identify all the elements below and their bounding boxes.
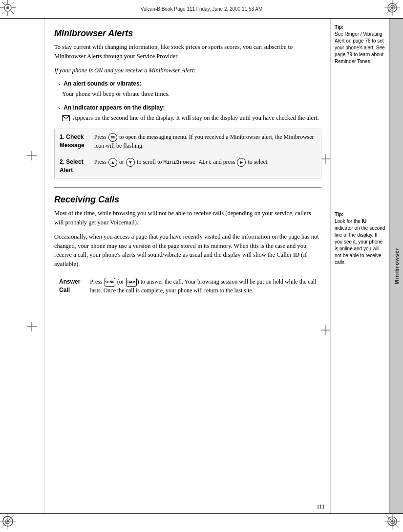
footer-bar — [0, 513, 403, 532]
corner-tl — [0, 0, 19, 19]
down-arrow-icon: ▼ — [126, 158, 135, 167]
section2-title: Receiving Calls — [54, 195, 321, 205]
bullet1-text: Your phone will beep or vibrate three ti… — [62, 89, 321, 99]
answer-text: Press SEND (or TALK) to answer the call.… — [85, 275, 321, 298]
step1-text: Press ✉ to open the messaging menu. If y… — [89, 129, 321, 154]
step2-text: Press ▲ or ▼ to scroll to MiniBrowse Alr… — [89, 154, 321, 178]
page-number: 111 — [311, 500, 331, 513]
sidebar-tab: Minibrowser — [389, 19, 403, 513]
sunburst-tl-icon — [0, 0, 16, 16]
section1-title: Minibrowser Alerts — [54, 28, 321, 39]
svg-line-8 — [11, 2, 14, 5]
bullet2-arrow: › — [58, 104, 60, 111]
section1-para1: To stay current with changing informatio… — [54, 43, 321, 61]
tip1-text: See Ringer / Vibrating Alert on page 76 … — [335, 31, 385, 65]
select-icon: ► — [237, 158, 246, 167]
tip-section-1: Tip: See Ringer / Vibrating Alert on pag… — [335, 24, 385, 65]
bullet2-label: An indicator appears on the display: — [64, 104, 165, 111]
step1-row: 1. CheckMessage Press ✉ to open the mess… — [55, 129, 321, 154]
section2-para2: Occasionally, when you access a page tha… — [54, 232, 321, 269]
corner-tr — [384, 0, 403, 19]
bullet1-arrow: › — [58, 80, 60, 87]
crosshair-left-1 — [27, 151, 37, 162]
svg-line-9 — [2, 11, 5, 14]
section1-intro: If your phone is ON and you receive a Mi… — [54, 66, 321, 75]
bullet2-text: Appears on the second line of the displa… — [62, 113, 321, 123]
tip1-label: Tip: — [335, 24, 385, 30]
tip2-label: Tip: — [335, 212, 385, 217]
steps-table: 1. CheckMessage Press ✉ to open the mess… — [54, 129, 321, 179]
sidebar-tab-label: Minibrowser — [394, 247, 400, 285]
answer-table: AnswerCall Press SEND (or TALK) to answe… — [54, 275, 321, 298]
answer-row: AnswerCall Press SEND (or TALK) to answe… — [54, 275, 321, 298]
svg-line-6 — [2, 2, 5, 5]
tip-area: Tip: See Ringer / Vibrating Alert on pag… — [331, 19, 389, 513]
crosshair-left-2 — [27, 322, 37, 333]
left-margin — [0, 19, 44, 513]
tip-section-2: Tip: Look for the IU indicator on the se… — [335, 212, 385, 266]
svg-line-7 — [11, 11, 14, 14]
menu-button-icon: ✉ — [108, 133, 117, 142]
tip2-text: Look for the IU indicator on the second … — [335, 218, 385, 266]
step1-label: 1. CheckMessage — [55, 129, 89, 154]
header-text: Vulcan-B.Book Page 111 Friday, June 2, 2… — [7, 6, 396, 12]
up-arrow-icon: ▲ — [108, 158, 117, 167]
send-button-icon: SEND — [105, 278, 115, 287]
section2-para1: Most of the time, while browsing you wil… — [54, 209, 321, 227]
header-bar: Vulcan-B.Book Page 111 Friday, June 2, 2… — [0, 0, 403, 19]
step2-label: 2. SelectAlert — [55, 154, 89, 178]
envelope-icon — [62, 115, 70, 121]
bullet1: › An alert sounds or vibrates: — [58, 80, 321, 88]
bullet2: › An indicator appears on the display: — [58, 104, 321, 111]
bullet1-label: An alert sounds or vibrates: — [64, 80, 141, 87]
svg-point-1 — [6, 6, 9, 9]
step2-row: 2. SelectAlert Press ▲ or ▼ to scroll to… — [55, 154, 321, 178]
talk-button-icon: TALK — [126, 278, 137, 287]
main-content: Minibrowser Alerts To stay current with … — [44, 19, 331, 513]
section-divider — [54, 187, 321, 188]
answer-label: AnswerCall — [54, 275, 85, 298]
sunburst-tr-icon — [384, 0, 400, 16]
